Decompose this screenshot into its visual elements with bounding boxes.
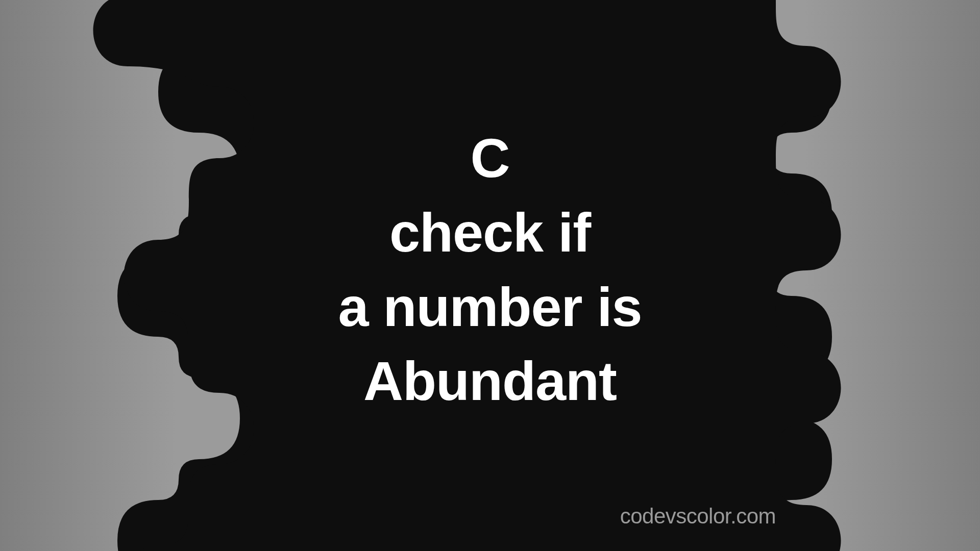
- watermark-text: codevscolor.com: [620, 504, 776, 529]
- title-block: C check if a number is Abundant: [0, 121, 980, 418]
- title-line-1: C: [0, 121, 980, 195]
- title-line-4: Abundant: [0, 344, 980, 418]
- title-line-2: check if: [0, 195, 980, 270]
- title-line-3: a number is: [0, 269, 980, 344]
